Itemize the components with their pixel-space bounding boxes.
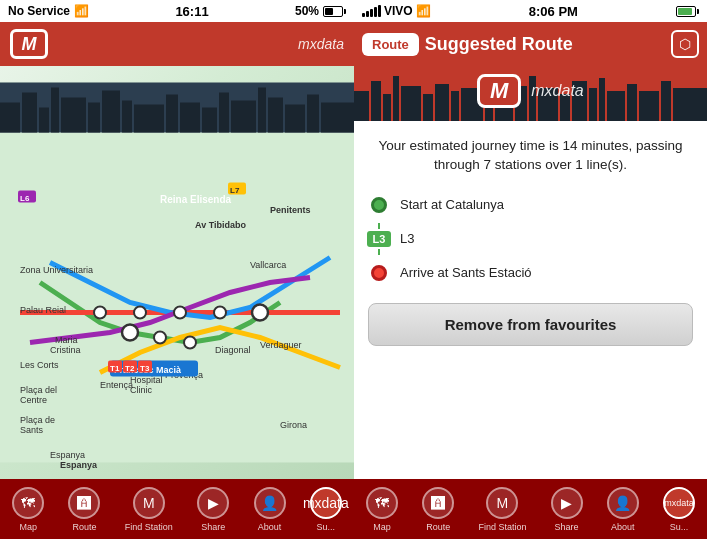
svg-rect-16	[258, 88, 266, 133]
left-tab-route[interactable]: 🅰 Route	[68, 487, 100, 532]
right-time: 8:06 PM	[529, 4, 578, 19]
share-icon[interactable]: ▶	[197, 487, 229, 519]
green-circle	[371, 197, 387, 213]
right-tab-about[interactable]: 👤 About	[607, 487, 639, 532]
line-text: L3	[400, 231, 414, 246]
right-status-left: VIVO 📶	[362, 4, 431, 18]
battery-percent-label: 50%	[295, 4, 319, 18]
right-tab-more[interactable]: mxdata Su...	[663, 487, 695, 532]
line-indicator: L3	[367, 223, 392, 255]
svg-text:Verdaguer: Verdaguer	[260, 340, 302, 350]
left-tab-station[interactable]: M Find Station	[125, 487, 173, 532]
route-back-button[interactable]: Route	[362, 33, 419, 56]
svg-text:Reina Elisenda: Reina Elisenda	[160, 194, 232, 205]
right-logo-content: M mxdata	[354, 66, 707, 118]
right-panel: VIVO 📶 8:06 PM Route Suggested Route ⬡	[354, 0, 707, 539]
svg-text:T3: T3	[140, 364, 150, 373]
right-person-icon[interactable]: 👤	[607, 487, 639, 519]
left-tab-about-label: About	[258, 522, 282, 532]
metro-map[interactable]: Av Tibidabo Penitents Vallcarca Zona Uni…	[0, 66, 354, 479]
line-icon: L3	[368, 223, 390, 255]
right-nav-header: Route Suggested Route ⬡	[354, 22, 707, 66]
signal-bars	[362, 5, 381, 17]
svg-text:Clinic: Clinic	[130, 385, 153, 395]
left-tab-share[interactable]: ▶ Share	[197, 487, 229, 532]
wifi-icon-right: 📶	[416, 4, 431, 18]
person-icon[interactable]: 👤	[254, 487, 286, 519]
line-top	[378, 223, 380, 229]
mx-icon[interactable]: mxdata	[310, 487, 342, 519]
svg-text:T1: T1	[110, 364, 120, 373]
svg-text:Les Corts: Les Corts	[20, 360, 59, 370]
svg-rect-9	[122, 101, 132, 133]
line-badge: L3	[367, 231, 392, 247]
left-status-bar: No Service 📶 16:11 50%	[0, 0, 354, 22]
svg-text:Vallcarca: Vallcarca	[250, 260, 286, 270]
right-mx-icon[interactable]: mxdata	[663, 487, 695, 519]
left-tab-route-label: Route	[72, 522, 96, 532]
bookmark-icon[interactable]: ⬡	[671, 30, 699, 58]
left-bottom-bar: 🗺 Map 🅰 Route M Find Station ▶ Share 👤 A…	[0, 479, 354, 539]
left-tab-about[interactable]: 👤 About	[254, 487, 286, 532]
right-map-icon[interactable]: 🗺	[366, 487, 398, 519]
right-status-bar: VIVO 📶 8:06 PM	[354, 0, 707, 22]
svg-text:Espanya: Espanya	[60, 460, 98, 470]
right-tab-map-label: Map	[373, 522, 391, 532]
svg-text:Cristina: Cristina	[50, 345, 81, 355]
right-tab-route[interactable]: 🅰 Route	[422, 487, 454, 532]
svg-text:L6: L6	[20, 194, 30, 203]
svg-point-23	[174, 307, 186, 319]
svg-text:Entença: Entença	[100, 380, 133, 390]
svg-point-24	[214, 307, 226, 319]
battery-icon	[323, 6, 346, 17]
svg-rect-14	[219, 93, 229, 133]
svg-point-27	[184, 337, 196, 349]
right-tab-station[interactable]: M Find Station	[478, 487, 526, 532]
right-content: Your estimated journey time is 14 minute…	[354, 121, 707, 479]
svg-text:Penitents: Penitents	[270, 205, 311, 215]
left-tab-station-label: Find Station	[125, 522, 173, 532]
svg-rect-7	[88, 103, 100, 133]
route-icon[interactable]: 🅰	[68, 487, 100, 519]
right-share-icon[interactable]: ▶	[551, 487, 583, 519]
svg-rect-15	[231, 101, 256, 133]
left-tab-map[interactable]: 🗺 Map	[12, 487, 44, 532]
right-battery	[676, 6, 699, 17]
right-bottom-bar: 🗺 Map 🅰 Route M Find Station ▶ Share 👤 A…	[354, 479, 707, 539]
carrier-label: No Service	[8, 4, 70, 18]
right-tab-route-label: Route	[426, 522, 450, 532]
right-route-icon[interactable]: 🅰	[422, 487, 454, 519]
svg-rect-18	[285, 105, 305, 133]
journey-description: Your estimated journey time is 14 minute…	[368, 133, 693, 179]
right-tab-map[interactable]: 🗺 Map	[366, 487, 398, 532]
battery-body	[323, 6, 343, 17]
right-metro-logo: M	[477, 74, 521, 108]
svg-rect-11	[166, 95, 178, 133]
start-text: Start at Catalunya	[400, 197, 504, 212]
remove-favourites-button[interactable]: Remove from favourites	[368, 303, 693, 346]
mxdata-brand-left: mxdata	[298, 36, 344, 52]
svg-rect-5	[51, 88, 59, 133]
left-tab-more[interactable]: mxdata Su...	[310, 487, 342, 532]
right-tab-more-label: Su...	[670, 522, 689, 532]
left-tab-share-label: Share	[201, 522, 225, 532]
svg-rect-17	[268, 98, 283, 133]
metro-map-svg: Av Tibidabo Penitents Vallcarca Zona Uni…	[0, 66, 354, 479]
left-panel: No Service 📶 16:11 50% M mxdata	[0, 0, 354, 539]
left-header: M mxdata	[0, 22, 354, 66]
right-mxdata-brand: mxdata	[531, 82, 583, 100]
left-time: 16:11	[175, 4, 208, 19]
right-tab-share[interactable]: ▶ Share	[551, 487, 583, 532]
svg-point-26	[154, 332, 166, 344]
svg-text:Centre: Centre	[20, 395, 47, 405]
svg-point-28	[122, 325, 138, 341]
station-icon[interactable]: M	[133, 487, 165, 519]
right-station-icon[interactable]: M	[486, 487, 518, 519]
right-battery-tip	[697, 9, 699, 14]
red-circle	[371, 265, 387, 281]
route-step-start: Start at Catalunya	[368, 197, 693, 213]
right-carrier: VIVO	[384, 4, 413, 18]
route-step-line: L3 L3	[368, 223, 693, 255]
right-logo-area: M mxdata	[354, 66, 707, 121]
map-icon[interactable]: 🗺	[12, 487, 44, 519]
